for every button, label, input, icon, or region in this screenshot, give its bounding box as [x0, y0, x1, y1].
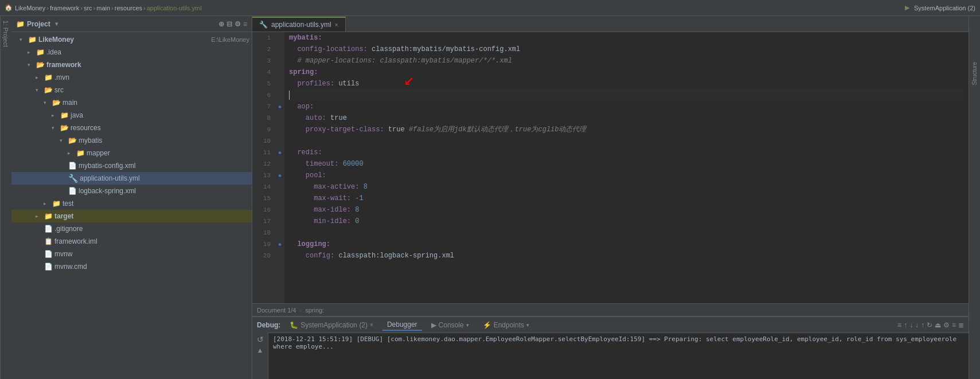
- tree-item-application-utils[interactable]: 🔧 application-utils.yml ↩: [11, 172, 252, 185]
- code-line-12[interactable]: timeout: 60000: [289, 158, 964, 170]
- editor-tabs: 🔧 application-utils.yml ×: [252, 16, 969, 32]
- debug-up-icon[interactable]: ▲: [257, 346, 264, 354]
- code-line-1[interactable]: mybatis:: [289, 32, 964, 44]
- debug-tool-step10[interactable]: ≣: [958, 321, 964, 329]
- debug-console-line-1: [2018-12-21 15:51:19] [DEBUG] [com.likem…: [273, 335, 964, 350]
- tree-arrow-target: [36, 213, 42, 219]
- code-line-3[interactable]: # mapper-locations: classpath:mybatis/ma…: [289, 55, 964, 67]
- tree-item-gitignore[interactable]: 📄 .gitignore: [11, 222, 252, 235]
- breadcrumb-likemoney[interactable]: LikeMoney: [15, 5, 45, 11]
- debug-tool-step6[interactable]: ↻: [927, 321, 932, 329]
- tree-item-resources[interactable]: 📂 resources: [11, 122, 252, 134]
- endpoints-icon: ⚡: [483, 321, 491, 329]
- code-line-17[interactable]: min-idle: 0: [289, 216, 964, 227]
- project-side-tab[interactable]: 1: Project: [0, 16, 11, 379]
- tree-item-target[interactable]: 📁 target: [11, 210, 252, 222]
- tree-item-mapper[interactable]: 📁 mapper: [11, 147, 252, 159]
- code-line-2[interactable]: config-locations: classpath:mybatis/myba…: [289, 44, 964, 55]
- tree-label-gitignore: .gitignore: [54, 225, 249, 233]
- code-line-4[interactable]: spring:: [289, 67, 964, 78]
- tree-item-mybatis-config[interactable]: 📄 mybatis-config.xml: [11, 159, 252, 172]
- debug-tool-step1[interactable]: ≡: [897, 321, 901, 329]
- folder-icon-target: 📁: [44, 212, 53, 220]
- code-area[interactable]: 1 2 3 4 5 6 7 8 9 10: [252, 32, 969, 303]
- code-lines[interactable]: mybatis: config-locations: classpath:myb…: [284, 32, 969, 303]
- folder-icon-mvn: 📁: [44, 73, 53, 81]
- code-line-19[interactable]: logging:: [289, 239, 964, 250]
- tree-arrow-mybatis: [60, 138, 67, 143]
- code-line-14[interactable]: max-active: 8: [289, 181, 964, 193]
- debug-bottom: Debug: 🐛 SystemApplication (2) × Debugge…: [252, 316, 969, 379]
- debug-toolbar-right: ≡ ↑ ↓ ↓ ↑ ↻ ⏏ ⚙ ≡ ≣: [897, 321, 964, 329]
- code-line-8[interactable]: auto: true: [289, 112, 964, 124]
- tree-item-framework[interactable]: 📂 framework: [11, 58, 252, 71]
- breadcrumb-resources[interactable]: resources: [115, 5, 142, 11]
- code-line-6[interactable]: [289, 89, 964, 101]
- tree-item-framework-iml[interactable]: 📋 framework.iml: [11, 235, 252, 248]
- tab-label: application-utils.yml: [271, 21, 331, 29]
- debug-tool-step5[interactable]: ↑: [921, 321, 924, 329]
- tree-item-java[interactable]: 📁 java: [11, 109, 252, 122]
- tree-label-framework: framework: [46, 61, 249, 69]
- tree-item-logback-spring[interactable]: 📄 logback-spring.xml: [11, 185, 252, 197]
- tree-item-mvnw[interactable]: 📄 mvnw: [11, 248, 252, 260]
- endpoints-dropdown[interactable]: ▾: [526, 322, 529, 328]
- breadcrumb-file[interactable]: application-utils.yml: [147, 5, 202, 11]
- code-line-18[interactable]: [289, 227, 964, 239]
- run-config-label[interactable]: SystemApplication (2): [914, 5, 975, 11]
- tree-item-src[interactable]: 📂 src: [11, 84, 252, 96]
- debug-bottom-content: ↺ ▲ [2018-12-21 15:51:19] [DEBUG] [com.l…: [252, 333, 969, 379]
- tree-item-mvn[interactable]: 📁 .mvn: [11, 71, 252, 84]
- debug-tool-step7[interactable]: ⏏: [935, 321, 941, 329]
- editor-tab-application-utils[interactable]: 🔧 application-utils.yml ×: [252, 17, 346, 32]
- folder-icon-idea: 📁: [36, 48, 45, 56]
- tree-item-mybatis[interactable]: 📂 mybatis: [11, 134, 252, 147]
- tree-label-mybatis: mybatis: [79, 136, 249, 144]
- debug-tool-step9[interactable]: ≡: [952, 321, 956, 329]
- breadcrumb-main[interactable]: main: [96, 5, 110, 11]
- tree-item-likemoney[interactable]: 📁 LikeMoney E:\LikeMoney: [11, 33, 252, 46]
- structure-side-tab[interactable]: Structure: [969, 16, 980, 379]
- tab-close-button[interactable]: ×: [335, 22, 338, 28]
- file-icon-logback-spring: 📄: [68, 187, 77, 195]
- settings-icon[interactable]: ≡: [243, 20, 247, 28]
- code-line-10[interactable]: [289, 135, 964, 147]
- editor-area: 🔧 application-utils.yml × 1: [252, 16, 969, 316]
- code-line-7[interactable]: aop:: [289, 101, 964, 112]
- breadcrumb-src[interactable]: src: [84, 5, 92, 11]
- code-line-13[interactable]: pool:: [289, 170, 964, 181]
- tree-item-main[interactable]: 📂 main: [11, 96, 252, 109]
- debug-tool-step8[interactable]: ⚙: [943, 321, 950, 329]
- debug-tab-endpoints[interactable]: ⚡ Endpoints ▾: [478, 320, 534, 330]
- gear-icon[interactable]: ⚙: [235, 20, 241, 28]
- tree-item-test[interactable]: 📁 test: [11, 197, 252, 210]
- tree-arrow-idea: [28, 49, 34, 55]
- tree-label-idea: .idea: [46, 48, 249, 56]
- code-line-16[interactable]: max-idle: 8: [289, 204, 964, 216]
- code-line-15[interactable]: max-wait: -1: [289, 193, 964, 204]
- tree-item-idea[interactable]: 📁 .idea: [11, 46, 252, 58]
- debug-restart-icon[interactable]: ↺: [257, 335, 264, 344]
- add-icon[interactable]: ⊕: [218, 20, 224, 28]
- tree-arrow-mvn: [36, 75, 42, 80]
- doc-nav[interactable]: Document 1/4: [257, 307, 296, 314]
- console-dropdown[interactable]: ▾: [466, 322, 469, 328]
- debug-tool-step4[interactable]: ↓: [915, 321, 919, 329]
- code-line-9[interactable]: proxy-target-class: true #false为启用jdk默认动…: [289, 124, 964, 135]
- debug-tab-console[interactable]: ▶ Console ▾: [427, 320, 474, 330]
- editor-and-bottom: 🔧 application-utils.yml × 1: [252, 16, 969, 379]
- debug-console[interactable]: [2018-12-21 15:51:19] [DEBUG] [com.likem…: [268, 333, 969, 378]
- collapse-icon[interactable]: ⊟: [227, 20, 232, 28]
- debug-tab-debugger[interactable]: Debugger: [382, 319, 422, 331]
- debug-tab-close[interactable]: ×: [370, 322, 373, 328]
- debug-tool-step3[interactable]: ↓: [909, 321, 913, 329]
- debug-tab-icon[interactable]: 🐛 SystemApplication (2) ×: [285, 320, 378, 330]
- code-line-11[interactable]: redis:: [289, 147, 964, 158]
- tree-item-mvnw-cmd[interactable]: 📄 mvnw.cmd: [11, 260, 252, 273]
- debug-tool-step2[interactable]: ↑: [904, 321, 907, 329]
- code-line-20[interactable]: config: classpath:logback-spring.xml: [289, 250, 964, 261]
- breadcrumb-framework[interactable]: framework: [50, 5, 79, 11]
- project-dropdown-arrow[interactable]: ▾: [55, 21, 58, 27]
- code-line-5[interactable]: profiles: utils ↙: [289, 78, 964, 89]
- gutter-icons: ◆ ◆ ◆: [275, 32, 284, 303]
